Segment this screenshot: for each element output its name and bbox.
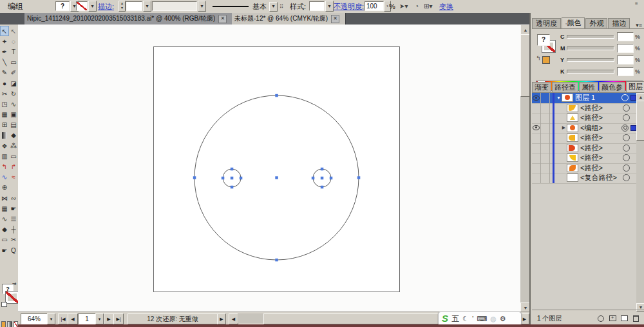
sogou-logo-icon[interactable]: S	[442, 313, 448, 324]
document-setup-icon[interactable]: ◔	[415, 3, 419, 10]
tab-pathfinder[interactable]: 路径查	[552, 82, 578, 92]
target-circle[interactable]	[623, 154, 630, 161]
stepper-arrows-icon[interactable]: ▴▾	[118, 1, 126, 12]
tab-attributes[interactable]: 属性	[579, 82, 598, 92]
stroke-panel-link[interactable]: 描边:	[98, 0, 114, 13]
lock-toggle[interactable]	[541, 113, 550, 123]
chevron-down-icon[interactable]: ▾	[88, 1, 97, 12]
target-circle[interactable]	[621, 124, 629, 132]
tab-transparency[interactable]: 透明度	[532, 18, 561, 28]
first-artboard-icon[interactable]: |◀	[58, 313, 68, 324]
none-button[interactable]	[14, 321, 18, 327]
canvas-area[interactable]	[18, 25, 520, 312]
target-circle[interactable]	[623, 134, 630, 141]
rotate-tool[interactable]: ↻	[9, 88, 18, 99]
tab-stroke[interactable]: 描边	[608, 18, 630, 28]
transform-panel-link[interactable]: 变换	[439, 0, 453, 13]
layer-row[interactable]: <路径>	[532, 103, 636, 114]
lock-toggle[interactable]	[541, 143, 550, 154]
target-circle[interactable]	[623, 144, 630, 152]
pucker-tool[interactable]: ∾	[9, 193, 18, 203]
close-icon[interactable]: ✕	[331, 15, 339, 23]
visibility-toggle[interactable]	[532, 93, 541, 103]
paintbrush-tool[interactable]: ✎	[0, 68, 9, 78]
target-circle[interactable]	[623, 174, 630, 181]
warp-tool[interactable]: ⋈	[0, 193, 9, 203]
channel-slider[interactable]	[567, 58, 614, 62]
gradient-tool[interactable]	[2, 132, 7, 139]
default-fill-stroke-icon[interactable]	[1, 302, 7, 307]
visibility-toggle[interactable]	[532, 113, 541, 123]
visibility-toggle[interactable]	[532, 143, 541, 154]
lock-toggle[interactable]	[541, 163, 550, 173]
channel-value-field[interactable]	[617, 55, 634, 64]
type-tool[interactable]: T	[9, 46, 18, 57]
measure-eyedropper-tool[interactable]: ◆	[0, 224, 9, 235]
chevron-down-icon[interactable]: ▾	[47, 313, 55, 324]
style-field[interactable]	[309, 1, 325, 11]
rectangle-tool[interactable]: ▭	[9, 57, 18, 68]
target-circle[interactable]	[621, 94, 629, 101]
channel-slider[interactable]	[567, 46, 614, 50]
stroke-none-swatch[interactable]	[76, 1, 88, 11]
wrinkle-tool[interactable]: ∿	[0, 213, 9, 224]
disclosure-triangle-icon[interactable]: ▶	[561, 125, 567, 130]
direct-selection-tool[interactable]: ↖	[9, 26, 18, 36]
panel-fill-swatch[interactable]: ?	[537, 34, 550, 46]
prev-artboard-icon[interactable]: ◀	[68, 313, 78, 324]
scroll-left-icon[interactable]: ◀	[229, 313, 238, 324]
make-clipping-mask-button[interactable]	[595, 314, 607, 323]
status-menu-icon[interactable]: ▶	[217, 313, 226, 324]
layer-row[interactable]: <路径>	[532, 133, 636, 144]
opacity-panel-link[interactable]: 不透明度:	[334, 0, 364, 13]
visibility-toggle[interactable]	[532, 133, 541, 143]
stroke-proxy-swatch[interactable]	[6, 292, 19, 303]
layer-row[interactable]: ▼图层 1	[532, 93, 636, 104]
layer-row[interactable]: <路径>	[532, 143, 636, 154]
status-history-button[interactable]: 12 次还原: 无重做	[128, 313, 218, 324]
document-tab-2[interactable]: 未标题-12* @ 64% (CMYK/轮廓) ✕	[232, 13, 346, 25]
shape-builder-tool[interactable]: ▣	[9, 110, 18, 120]
fill-color-combo[interactable]: ? ▾	[55, 1, 79, 11]
chevron-down-icon[interactable]: ▾	[269, 2, 278, 12]
punctuation-icon[interactable]: ’	[472, 313, 473, 324]
hand-tool[interactable]: ☛	[0, 245, 9, 255]
visibility-toggle[interactable]	[532, 153, 541, 163]
tab-gradient[interactable]: 渐变	[532, 82, 551, 92]
moon-icon[interactable]: ☾	[462, 313, 469, 324]
eyedropper-tool[interactable]: ◆	[9, 130, 18, 141]
artboard-alt-tool[interactable]: ▭	[0, 235, 9, 245]
live-paint-selection-tool[interactable]: ↱	[9, 161, 18, 172]
disclosure-triangle-icon[interactable]: ▼	[556, 95, 562, 100]
line-segment-tool[interactable]: ╲	[0, 57, 9, 68]
layer-row[interactable]: ▶<编组>	[532, 123, 636, 134]
last-color-swatch[interactable]	[542, 56, 550, 64]
target-circle[interactable]	[623, 104, 630, 112]
layer-row[interactable]: <路径>	[532, 153, 636, 164]
lock-toggle[interactable]	[541, 93, 550, 103]
channel-value-field[interactable]	[617, 44, 634, 53]
puppet-warp-tool[interactable]: ☛	[9, 203, 18, 213]
measure-tool[interactable]: ┼	[9, 224, 18, 235]
mesh-tool[interactable]: ▤	[9, 120, 18, 130]
layers-scrollbar-thumb[interactable]	[636, 101, 644, 141]
zoom-level-field[interactable]: 64%	[21, 313, 48, 324]
lock-toggle[interactable]	[541, 103, 550, 114]
last-artboard-icon[interactable]: ▶|	[113, 313, 124, 324]
target-circle[interactable]	[623, 114, 630, 121]
channel-slider[interactable]	[567, 70, 614, 74]
layer-row[interactable]: <复合路径>	[532, 173, 636, 184]
visibility-toggle[interactable]	[532, 103, 541, 114]
zoom-tool[interactable]: Q	[9, 245, 18, 255]
target-circle[interactable]	[623, 164, 630, 172]
scale-tool[interactable]: ◳	[0, 99, 9, 109]
blob-brush-tool[interactable]: ●	[0, 78, 9, 88]
fill-stroke-proxy[interactable]: ⇄ ?	[1, 282, 17, 319]
tab-appearance[interactable]: 外观	[585, 18, 607, 28]
wrench-icon[interactable]: ⚙	[500, 313, 506, 324]
close-icon[interactable]: ✕	[218, 15, 227, 23]
new-sublayer-button[interactable]: +	[607, 314, 618, 323]
layer-row[interactable]: <路径>	[532, 163, 636, 174]
lock-toggle[interactable]	[541, 173, 550, 183]
opacity-field[interactable]: 100	[365, 1, 384, 11]
